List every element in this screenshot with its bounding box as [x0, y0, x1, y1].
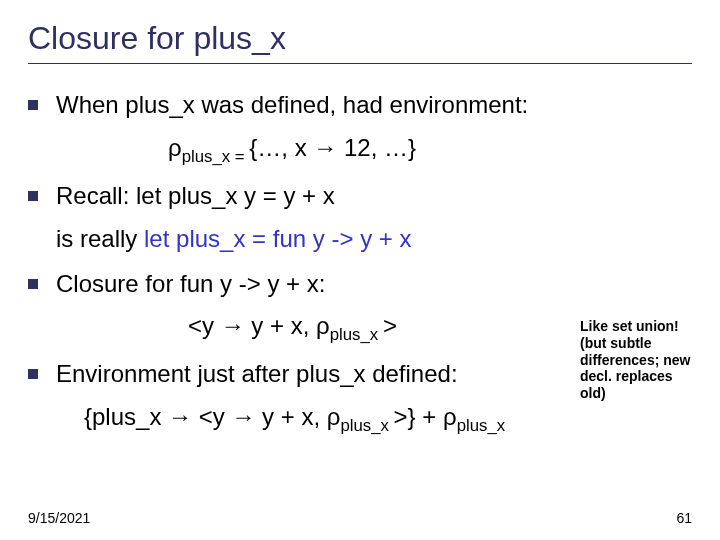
- footer: 9/15/2021 61: [28, 510, 692, 526]
- rho-symbol: ρ: [168, 134, 182, 161]
- bullet-text-1: When plus_x was defined, had environment…: [56, 88, 528, 123]
- final-b: >} +: [394, 403, 443, 430]
- final-sub2: plus_x: [457, 416, 506, 435]
- final-sub1: plus_x: [340, 416, 393, 435]
- rho-set: {…, x → 12, …}: [249, 134, 416, 161]
- bullet-row-1: When plus_x was defined, had environment…: [28, 88, 692, 123]
- isreally-code: let plus_x = fun y -> y + x: [144, 225, 411, 252]
- closure-post: >: [383, 312, 397, 339]
- indent-line: is really let plus_x = fun y -> y + x: [56, 222, 692, 257]
- closure-rho: ρ: [316, 312, 330, 339]
- bullet-row-2: Recall: let plus_x y = y + x: [28, 179, 692, 214]
- bullet-icon: [28, 369, 38, 379]
- bullet-text-4: Environment just after plus_x defined:: [56, 357, 458, 392]
- final-a: {plus_x → <y → y + x,: [84, 403, 327, 430]
- bullet-text-3: Closure for fun y -> y + x:: [56, 267, 325, 302]
- slide: Closure for plus_x When plus_x was defin…: [0, 0, 720, 540]
- slide-title: Closure for plus_x: [28, 20, 692, 57]
- closure-sub: plus_x: [330, 325, 383, 344]
- bullet-icon: [28, 100, 38, 110]
- final-rho2: ρ: [443, 403, 457, 430]
- margin-note: Like set union! (but subtle differences;…: [580, 318, 700, 402]
- equation-final: {plus_x → <y → y + x, ρplus_x >} + ρplus…: [28, 400, 692, 438]
- title-rule: [28, 63, 692, 64]
- bullet-icon: [28, 191, 38, 201]
- isreally-pre: is really: [56, 225, 144, 252]
- footer-date: 9/15/2021: [28, 510, 90, 526]
- bullet-row-3: Closure for fun y -> y + x:: [28, 267, 692, 302]
- bullet-icon: [28, 279, 38, 289]
- final-rho1: ρ: [327, 403, 341, 430]
- rho-sub: plus_x =: [182, 147, 250, 166]
- equation-rho-env: ρplus_x = {…, x → 12, …}: [28, 131, 692, 169]
- margin-note-text: Like set union! (but subtle differences;…: [580, 318, 690, 401]
- bullet-text-2: Recall: let plus_x y = y + x: [56, 179, 335, 214]
- footer-page: 61: [676, 510, 692, 526]
- closure-pre: <y → y + x,: [188, 312, 316, 339]
